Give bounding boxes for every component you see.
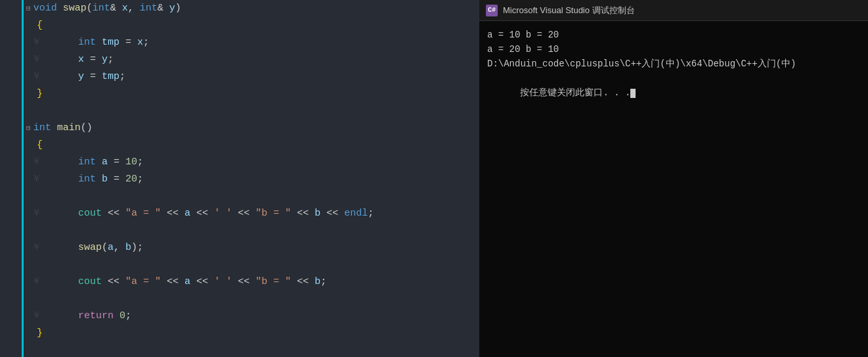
code-line-6: } [24,85,479,103]
code-line-9: { [24,137,479,154]
editor-panel: ⊟ void swap ( int & x , int & y ) { ￥ in… [0,0,479,357]
code-line-14 [24,222,479,239]
kw-int: int [33,120,51,137]
collapse-icon-1[interactable]: ⊟ [26,0,31,17]
console-line-2: a = 20 b = 10 [487,42,860,57]
code-line-19: ￥ return 0 ; [24,308,479,325]
console-line-1: a = 10 b = 20 [487,28,860,42]
code-line-2: { [24,17,479,34]
collapse-icon-2[interactable]: ⊟ [26,120,31,137]
kw-void: void [33,0,57,17]
code-line-8: ⊟ int main () [24,120,479,137]
code-line-18 [24,291,479,308]
fn-main: main [57,120,81,137]
vs-icon: C# [486,5,498,16]
code-line-4: ￥ x = y ; [24,51,479,68]
console-header: C# Microsoft Visual Studio 调试控制台 [479,0,868,21]
code-area[interactable]: ⊟ void swap ( int & x , int & y ) { ￥ in… [24,0,479,357]
code-line-17: ￥ cout << "a = " << a << ' ' << "b = " <… [24,274,479,291]
code-line-11: ￥ int b = 20 ; [24,171,479,188]
console-title: Microsoft Visual Studio 调试控制台 [503,5,635,16]
fn-swap: swap [63,0,87,17]
console-body[interactable]: a = 10 b = 20 a = 20 b = 10 D:\Anduin_co… [479,21,868,357]
code-line-20: } [24,325,479,342]
code-line-13: ￥ cout << "a = " << a << ' ' << "b = " <… [24,205,479,222]
console-line-4: 按任意键关闭此窗口. . . [487,71,860,114]
code-line-5: ￥ y = tmp ; [24,68,479,85]
cursor-blink [630,89,636,98]
code-line-12 [24,188,479,205]
console-panel: C# Microsoft Visual Studio 调试控制台 a = 10 … [479,0,868,357]
code-line-7 [24,103,479,120]
code-line-1: ⊟ void swap ( int & x , int & y ) [24,0,479,17]
editor-gutter [0,0,24,357]
console-line-3: D:\Anduin_code\cplusplus\C++入门(中)\x64\De… [487,57,860,71]
code-line-3: ￥ int tmp = x ; [24,34,479,51]
code-line-15: ￥ swap ( a , b ); [24,239,479,256]
code-line-16 [24,256,479,274]
code-line-10: ￥ int a = 10 ; [24,154,479,171]
